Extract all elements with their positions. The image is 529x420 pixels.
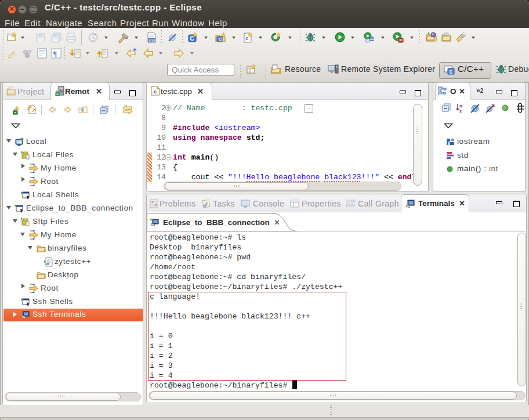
svg-text:¶: ¶ (53, 49, 57, 58)
svg-text:z: z (459, 108, 462, 113)
svg-text:C: C (219, 37, 222, 42)
svg-text:10: 10 (46, 262, 49, 266)
svg-text:010: 010 (148, 39, 155, 43)
svg-text:C: C (450, 69, 453, 75)
svg-text:.c: .c (153, 89, 157, 95)
svg-text:c: c (245, 35, 248, 41)
